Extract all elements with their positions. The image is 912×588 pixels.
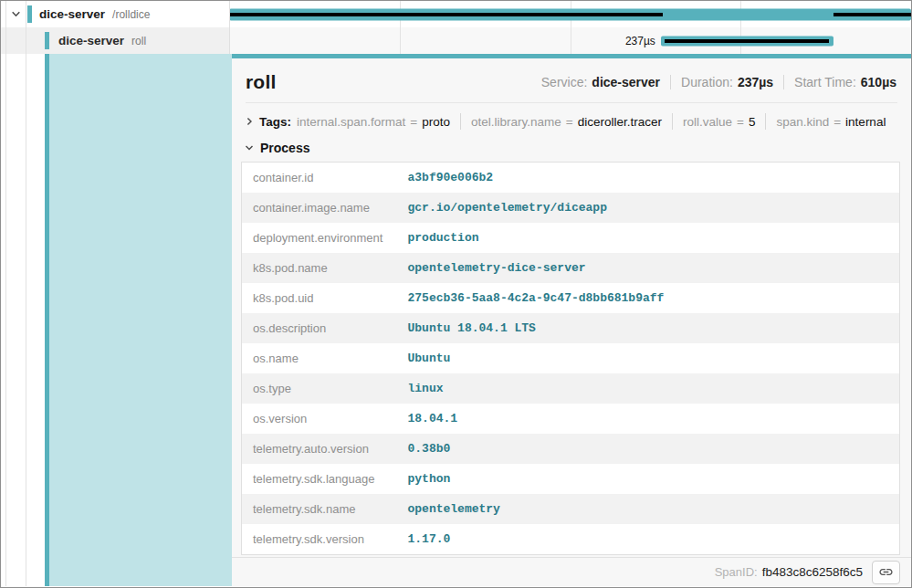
- process-table-row: telemetry.sdk.version1.17.0: [242, 524, 900, 555]
- process-table-row: container.image.namegcr.io/opentelemetry…: [242, 193, 900, 223]
- operation-name: roll: [131, 35, 146, 47]
- span-detail-panel: roll Service:dice-serverDuration:237µsSt…: [232, 54, 911, 586]
- stat-value: dice-server: [592, 75, 660, 89]
- stat-value: 610µs: [861, 75, 896, 89]
- trace-timeline-view: dice-server /rolldice 237µs dice-server …: [0, 0, 912, 588]
- stat-separator: [670, 75, 671, 89]
- process-label: Process: [260, 141, 309, 155]
- chevron-right-icon: [244, 116, 255, 127]
- indent-guide: [26, 1, 26, 586]
- process-value: Ubuntu 18.04.1 LTS: [397, 313, 900, 343]
- process-table-row: telemetry.auto.version0.38b0: [242, 434, 900, 464]
- span-stats: Service:dice-serverDuration:237µsStart T…: [541, 75, 896, 89]
- span-duration-label: 237µs: [625, 35, 661, 47]
- process-value: linux: [397, 373, 900, 404]
- span-name-cell[interactable]: dice-server roll: [1, 27, 229, 54]
- chevron-down-icon: [244, 142, 255, 153]
- operation-name: /rolldice: [112, 8, 150, 21]
- process-key: deployment.environment: [242, 223, 397, 253]
- process-value: Ubuntu: [397, 343, 900, 373]
- process-value: a3bf90e006b2: [397, 163, 900, 194]
- process-table-row: os.nameUbuntu: [242, 343, 900, 373]
- copy-link-button[interactable]: [872, 561, 900, 584]
- process-section-header[interactable]: Process: [232, 137, 911, 162]
- process-value: 275ecb36-5aa8-4c2a-9c47-d8bb681b9aff: [397, 283, 900, 313]
- process-key: telemetry.auto.version: [242, 434, 397, 464]
- timeline-gridline: [400, 27, 401, 54]
- chevron-down-icon[interactable]: [8, 8, 24, 20]
- span-row-rolldice[interactable]: dice-server /rolldice: [1, 1, 911, 27]
- tag-pair: span.kind=internal: [776, 115, 886, 129]
- process-key-value-table: container.ida3bf90e006b2container.image.…: [241, 162, 900, 555]
- spanid-value: fb483c8c6258f6c5: [762, 565, 863, 579]
- tag-separator: [765, 113, 766, 130]
- critical-path-segment: [833, 13, 911, 16]
- process-value: 1.17.0: [397, 524, 900, 555]
- span-detail-footer: SpanID: fb483c8c6258f6c5: [232, 557, 911, 586]
- process-table-row: os.descriptionUbuntu 18.04.1 LTS: [242, 313, 900, 343]
- process-table-row: k8s.pod.nameopentelemetry-dice-server: [242, 253, 900, 283]
- process-table-row: deployment.environmentproduction: [242, 223, 900, 253]
- process-key: os.type: [242, 373, 397, 404]
- critical-path-segment: [229, 13, 663, 16]
- process-table-row: telemetry.sdk.nameopentelemetry: [242, 494, 900, 524]
- indent-guide: [5, 1, 6, 586]
- process-value: opentelemetry: [397, 494, 900, 524]
- span-timeline-cell: [229, 1, 911, 27]
- tags-pairs: internal.span.format=protootel.library.n…: [297, 113, 886, 130]
- tags-section-header[interactable]: Tags: internal.span.format=protootel.lib…: [232, 103, 911, 137]
- stat-value: 237µs: [738, 75, 773, 89]
- process-key: k8s.pod.uid: [242, 283, 397, 313]
- process-key: os.version: [242, 404, 397, 434]
- link-icon: [878, 564, 894, 580]
- timeline-gridline: [571, 27, 571, 54]
- process-table-row: container.ida3bf90e006b2: [242, 163, 900, 194]
- tag-separator: [460, 113, 461, 130]
- process-value: gcr.io/opentelemetry/diceapp: [397, 193, 900, 223]
- process-value: 0.38b0: [397, 434, 900, 464]
- stat-label: Start Time:: [794, 75, 856, 89]
- stat-label: Service:: [541, 75, 588, 89]
- span-detail-row: roll Service:dice-serverDuration:237µsSt…: [1, 54, 911, 586]
- process-key: container.id: [242, 163, 397, 194]
- name-column-divider: [229, 1, 230, 54]
- process-value: python: [397, 464, 900, 494]
- span-color-bar: [45, 32, 49, 49]
- span-detail-header: roll Service:dice-serverDuration:237µsSt…: [232, 58, 911, 102]
- stat-label: Duration:: [681, 75, 733, 89]
- process-table-row: os.typelinux: [242, 373, 900, 404]
- span-name-cell[interactable]: dice-server /rolldice: [1, 1, 229, 27]
- process-value: 18.04.1: [397, 404, 900, 434]
- span-color-bar: [27, 5, 32, 23]
- process-table-row: k8s.pod.uid275ecb36-5aa8-4c2a-9c47-d8bb6…: [242, 283, 900, 313]
- tag-pair: otel.library.name=diceroller.tracer: [471, 115, 662, 129]
- process-key: container.image.name: [242, 193, 397, 223]
- process-table-body: container.ida3bf90e006b2container.image.…: [242, 163, 900, 555]
- tag-separator: [672, 113, 673, 130]
- process-key: k8s.pod.name: [242, 253, 397, 283]
- service-name: dice-server: [39, 7, 105, 21]
- span-timeline-cell: 237µs: [229, 27, 911, 54]
- process-table-row: os.version18.04.1: [242, 404, 900, 434]
- tags-label: Tags:: [259, 115, 291, 129]
- critical-path-segment: [665, 39, 829, 43]
- spanid-label: SpanID:: [715, 565, 758, 579]
- process-key: telemetry.sdk.version: [242, 524, 397, 555]
- service-name: dice-server: [58, 34, 124, 47]
- process-table-row: telemetry.sdk.languagepython: [242, 464, 900, 494]
- process-value: production: [397, 223, 900, 253]
- process-key: telemetry.sdk.name: [242, 494, 397, 524]
- span-row-roll[interactable]: 237µs dice-server roll: [1, 27, 911, 54]
- process-key: os.description: [242, 313, 397, 343]
- tag-pair: roll.value=5: [683, 115, 755, 129]
- tag-pair: internal.span.format=proto: [297, 115, 450, 129]
- stat-separator: [783, 75, 784, 89]
- span-title: roll: [246, 71, 276, 93]
- process-key: telemetry.sdk.language: [242, 464, 397, 494]
- process-key: os.name: [242, 343, 397, 373]
- process-value: opentelemetry-dice-server: [397, 253, 900, 283]
- span-detail-tint[interactable]: [49, 54, 232, 586]
